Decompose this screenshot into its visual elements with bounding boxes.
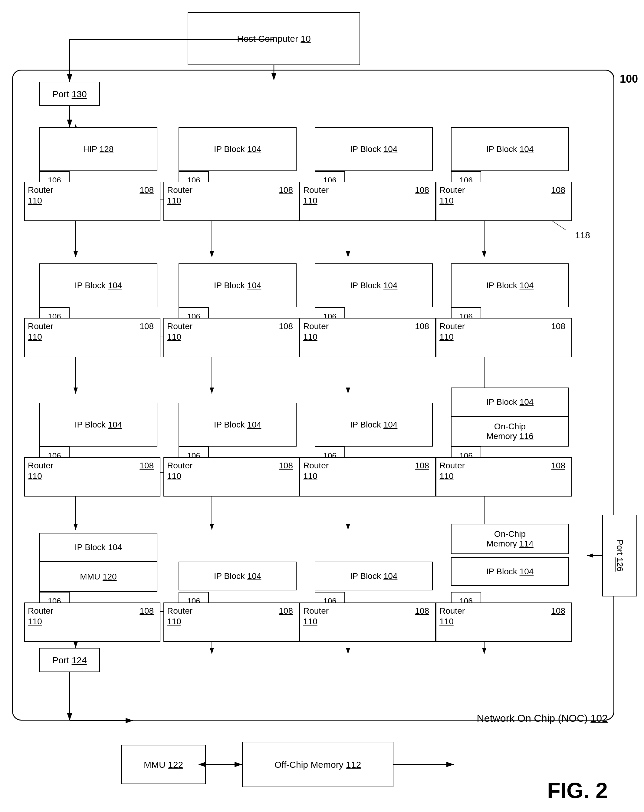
- router-r1c3: Router 110 108: [300, 182, 436, 221]
- router-r2c4: Router 110 108: [436, 318, 572, 357]
- mmu-122-label: MMU 122: [144, 759, 183, 771]
- ip-block-r3c3: IP Block 104: [315, 403, 433, 447]
- port-130-box: Port 130: [40, 82, 100, 106]
- router-r4c3: Router 110 108: [300, 603, 436, 642]
- port-124-box: Port 124: [40, 648, 100, 672]
- router-r1c1: Router 110 108: [24, 182, 160, 221]
- onchip-memory-116: On-ChipMemory 116: [451, 416, 569, 447]
- mmu-122-box: MMU 122: [121, 745, 206, 784]
- ip-block-r2c2: IP Block 104: [178, 263, 297, 307]
- router-r4c2: Router 110 108: [163, 603, 300, 642]
- label-100: 100: [620, 73, 638, 85]
- router-r2c3: Router 110 108: [300, 318, 436, 357]
- ip-block-r3c1: IP Block 104: [40, 403, 157, 447]
- router-r3c1: Router 110 108: [24, 457, 160, 496]
- label-118: 118: [575, 230, 590, 240]
- diagram: 100 Host Computer 10 Port 130 Port 124 P…: [0, 0, 644, 812]
- router-r4c1: Router 110 108: [24, 603, 160, 642]
- port-130-label: Port 130: [52, 88, 87, 100]
- ip-block-r2c4: IP Block 104: [451, 263, 569, 307]
- ip-block-r3c4: IP Block 104: [451, 388, 569, 416]
- offchip-memory-label: Off-Chip Memory 112: [274, 759, 361, 771]
- ip-block-r4c3: IP Block 104: [315, 562, 433, 591]
- fig-label: FIG. 2: [547, 778, 608, 803]
- router-r2c1: Router 110 108: [24, 318, 160, 357]
- ip-block-r2c1: IP Block 104: [40, 263, 157, 307]
- port-126-box: Port 126: [602, 515, 637, 597]
- hip-ip-block: HIP 128: [40, 127, 157, 171]
- ip-block-r4c4: IP Block 104: [451, 557, 569, 586]
- ip-block-r4c1: IP Block 104: [40, 533, 157, 562]
- ip-block-r1c2: IP Block 104: [178, 127, 297, 171]
- router-r3c3: Router 110 108: [300, 457, 436, 496]
- ip-block-r4c2: IP Block 104: [178, 562, 297, 591]
- host-computer-label: Host Computer 10: [237, 33, 311, 44]
- port-126-label: Port 126: [614, 540, 625, 572]
- noc-label: Network On Chip (NOC) 102: [477, 713, 608, 724]
- router-r1c2: Router 110 108: [163, 182, 300, 221]
- port-124-label: Port 124: [52, 654, 87, 666]
- offchip-memory-box: Off-Chip Memory 112: [242, 742, 393, 787]
- ip-block-r2c3: IP Block 104: [315, 263, 433, 307]
- router-r4c4: Router 110 108: [436, 603, 572, 642]
- mmu-120: MMU 120: [40, 562, 157, 592]
- ip-block-r1c3: IP Block 104: [315, 127, 433, 171]
- router-r3c4: Router 110 108: [436, 457, 572, 496]
- router-r3c2: Router 110 108: [163, 457, 300, 496]
- onchip-memory-114: On-ChipMemory 114: [451, 524, 569, 554]
- ip-block-r1c4: IP Block 104: [451, 127, 569, 171]
- ip-block-r3c2: IP Block 104: [178, 403, 297, 447]
- host-computer-box: Host Computer 10: [188, 12, 360, 65]
- router-r2c2: Router 110 108: [163, 318, 300, 357]
- router-r1c4: Router 110 108: [436, 182, 572, 221]
